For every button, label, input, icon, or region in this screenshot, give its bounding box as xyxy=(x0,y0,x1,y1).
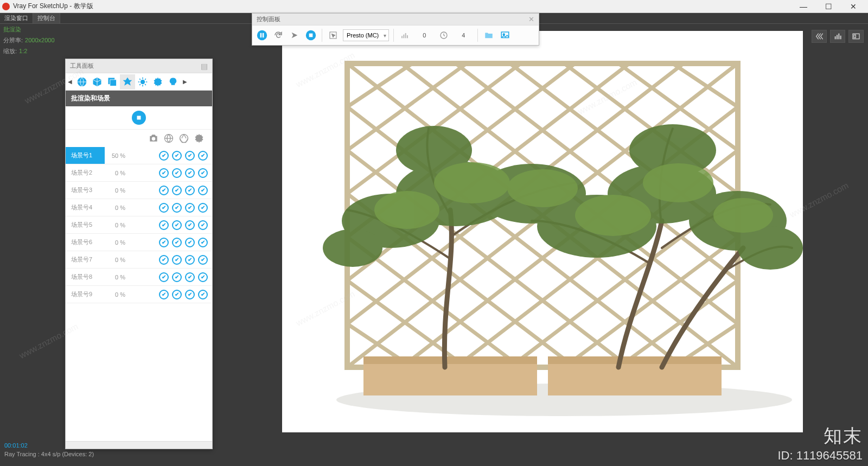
scene-percent: 0 % xyxy=(105,239,131,246)
section-header: 批渲染和场景 xyxy=(66,91,212,106)
scene-check-icon[interactable] xyxy=(185,168,195,178)
status-raytrace: Ray Tracing : 4x4 s/p (Devices: 2) xyxy=(4,450,864,458)
aperture-icon[interactable] xyxy=(178,133,189,144)
control-panel-close-icon[interactable]: ✕ xyxy=(528,15,534,23)
scene-row[interactable]: 场景号150 % xyxy=(66,147,212,164)
window-title: Vray For SketchUp - 教学版 xyxy=(13,2,791,11)
camera-icon[interactable] xyxy=(148,133,159,144)
tab-gear-icon[interactable] xyxy=(150,74,165,90)
scene-check-icon[interactable] xyxy=(172,290,182,299)
scene-check-icon[interactable] xyxy=(159,220,169,230)
svg-point-71 xyxy=(323,229,382,267)
render-image xyxy=(282,31,803,432)
tool-panel-close-icon[interactable]: ▤ xyxy=(201,62,208,71)
scene-row[interactable]: 场景号20 % xyxy=(66,164,212,182)
scene-check-icon[interactable] xyxy=(172,203,182,213)
tab-render-window[interactable]: 渲染窗口 xyxy=(0,13,33,23)
scene-row[interactable]: 场景号60 % xyxy=(66,234,212,251)
engine-select[interactable]: Presto (MC) xyxy=(343,29,389,41)
scene-row[interactable]: 场景号30 % xyxy=(66,182,212,199)
scene-check-icon[interactable] xyxy=(159,290,169,299)
control-panel: 控制面板 ✕ Presto (MC) 0 4 xyxy=(252,13,539,46)
tab-bulb-icon[interactable] xyxy=(165,74,181,90)
scene-row[interactable]: 场景号40 % xyxy=(66,199,212,216)
arrow-icon[interactable] xyxy=(288,29,301,42)
minimize-button[interactable]: — xyxy=(791,0,816,13)
scene-check-icon[interactable] xyxy=(185,290,195,299)
scene-check-icon[interactable] xyxy=(159,238,169,247)
tab-scroll-right[interactable]: ▶ xyxy=(181,74,189,90)
scene-check-icon[interactable] xyxy=(198,186,208,195)
gear-small-icon[interactable] xyxy=(194,133,205,144)
tab-cube-icon[interactable] xyxy=(90,74,105,90)
control-panel-title: 控制面板 xyxy=(257,15,280,23)
tab-scroll-left[interactable]: ◀ xyxy=(66,74,74,90)
scene-row[interactable]: 场景号90 % xyxy=(66,286,212,303)
stop-scene-button[interactable] xyxy=(132,111,146,125)
scene-check-icon[interactable] xyxy=(198,290,208,299)
scene-check-icon[interactable] xyxy=(185,151,195,161)
status-time: 00:01:02 xyxy=(4,441,864,450)
svg-rect-61 xyxy=(548,356,722,364)
scene-check-icon[interactable] xyxy=(198,168,208,178)
scene-check-icon[interactable] xyxy=(198,255,208,265)
status-bar: 00:01:02 Ray Tracing : 4x4 s/p (Devices:… xyxy=(0,439,868,466)
scene-check-icon[interactable] xyxy=(172,272,182,282)
tab-globe-icon[interactable] xyxy=(74,74,90,90)
clock-icon[interactable] xyxy=(437,29,450,42)
scene-check-icon[interactable] xyxy=(159,168,169,178)
globe-small-icon[interactable] xyxy=(163,133,174,144)
scene-percent: 0 % xyxy=(105,205,131,211)
svg-point-74 xyxy=(507,169,578,207)
scene-check-icon[interactable] xyxy=(185,186,195,195)
scene-check-icon[interactable] xyxy=(159,203,169,213)
bars-icon[interactable] xyxy=(398,29,411,42)
scene-check-icon[interactable] xyxy=(159,186,169,195)
scene-check-icon[interactable] xyxy=(185,203,195,213)
scene-check-icon[interactable] xyxy=(198,203,208,213)
scene-check-icon[interactable] xyxy=(172,255,182,265)
stop-button[interactable] xyxy=(304,29,317,42)
refresh-button[interactable] xyxy=(272,29,285,42)
tab-layers-icon[interactable] xyxy=(105,74,120,90)
tab-batch-icon[interactable] xyxy=(120,74,135,90)
scene-check-icon[interactable] xyxy=(198,272,208,282)
svg-rect-2 xyxy=(263,33,264,37)
folder-button[interactable] xyxy=(482,29,495,42)
svg-point-70 xyxy=(738,226,803,270)
scene-check-icon[interactable] xyxy=(185,272,195,282)
scene-check-icon[interactable] xyxy=(159,151,169,161)
maximize-button[interactable]: ☐ xyxy=(816,0,841,13)
scene-row[interactable]: 场景号80 % xyxy=(66,269,212,286)
scene-check-icon[interactable] xyxy=(172,168,182,178)
scene-check-icon[interactable] xyxy=(159,272,169,282)
watermark-corner: 知末 ID: 1119645581 xyxy=(777,424,863,463)
image-button[interactable] xyxy=(499,29,512,42)
svg-point-25 xyxy=(152,137,156,141)
scene-name: 场景号7 xyxy=(66,256,105,264)
cursor-icon[interactable] xyxy=(327,29,340,42)
scene-check-icon[interactable] xyxy=(172,186,182,195)
render-viewport[interactable] xyxy=(282,31,803,432)
scene-check-icon[interactable] xyxy=(198,220,208,230)
scene-check-icon[interactable] xyxy=(185,238,195,247)
scene-check-icon[interactable] xyxy=(198,151,208,161)
scene-row[interactable]: 场景号70 % xyxy=(66,251,212,269)
tab-console[interactable]: 控制台 xyxy=(33,13,60,23)
close-button[interactable]: ✕ xyxy=(841,0,866,13)
svg-point-73 xyxy=(434,162,510,203)
tab-sun-icon[interactable] xyxy=(135,74,150,90)
pause-button[interactable] xyxy=(256,29,269,42)
scene-check-icon[interactable] xyxy=(198,238,208,247)
scene-check-icon[interactable] xyxy=(185,255,195,265)
scene-check-icon[interactable] xyxy=(159,255,169,265)
svg-rect-1 xyxy=(260,33,262,37)
svg-point-22 xyxy=(141,79,145,84)
scene-check-icon[interactable] xyxy=(172,238,182,247)
svg-rect-8 xyxy=(405,33,406,38)
scene-check-icon[interactable] xyxy=(172,151,182,161)
scene-percent: 0 % xyxy=(105,257,131,263)
scene-row[interactable]: 场景号50 % xyxy=(66,216,212,234)
scene-check-icon[interactable] xyxy=(172,220,182,230)
scene-check-icon[interactable] xyxy=(185,220,195,230)
